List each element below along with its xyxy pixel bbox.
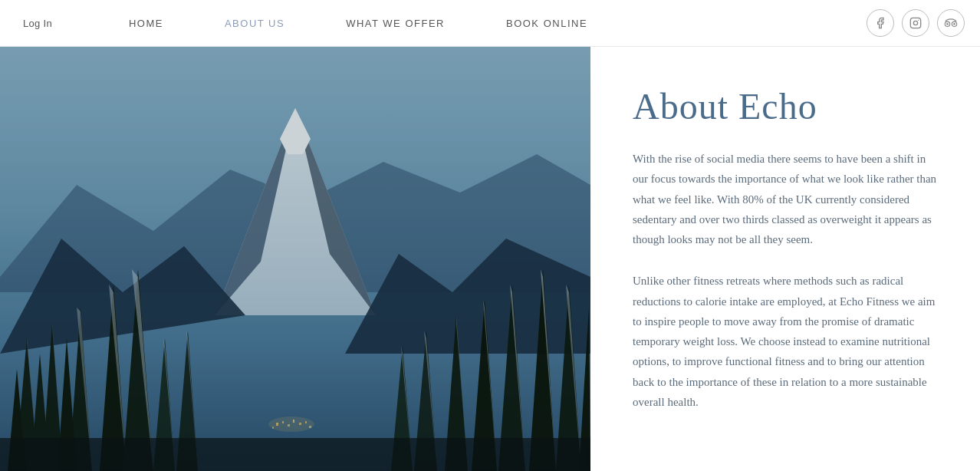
- mountain-background: [0, 47, 590, 471]
- nav-about[interactable]: ABOUT US: [194, 18, 315, 29]
- facebook-icon[interactable]: [867, 9, 894, 37]
- tripadvisor-icon[interactable]: [937, 9, 965, 37]
- instagram-icon[interactable]: [902, 9, 929, 37]
- svg-point-5: [946, 23, 949, 25]
- nav-links: HOME ABOUT US WHAT WE OFFER BOOK ONLINE: [98, 18, 618, 29]
- about-title: About Echo: [633, 85, 942, 127]
- hero-image: [0, 47, 590, 471]
- svg-point-1: [913, 21, 917, 25]
- nav-book[interactable]: BOOK ONLINE: [475, 18, 618, 29]
- main-content: About Echo With the rise of social media…: [0, 47, 980, 471]
- about-paragraph-1: With the rise of social media there seem…: [633, 149, 942, 249]
- about-paragraph-2: Unlike other fitness retreats where meth…: [633, 271, 942, 412]
- svg-rect-0: [910, 18, 920, 28]
- svg-rect-57: [0, 438, 590, 471]
- nav-left: Log In HOME ABOUT US WHAT WE OFFER BOOK …: [23, 18, 618, 29]
- nav-home[interactable]: HOME: [98, 18, 194, 29]
- nav-social-icons: [867, 9, 965, 37]
- svg-point-2: [918, 20, 919, 21]
- login-link[interactable]: Log In: [23, 18, 52, 29]
- navbar: Log In HOME ABOUT US WHAT WE OFFER BOOK …: [0, 0, 980, 47]
- svg-rect-56: [0, 47, 590, 471]
- nav-offer[interactable]: WHAT WE OFFER: [315, 18, 475, 29]
- about-text-section: About Echo With the rise of social media…: [590, 47, 980, 471]
- svg-point-6: [953, 23, 955, 25]
